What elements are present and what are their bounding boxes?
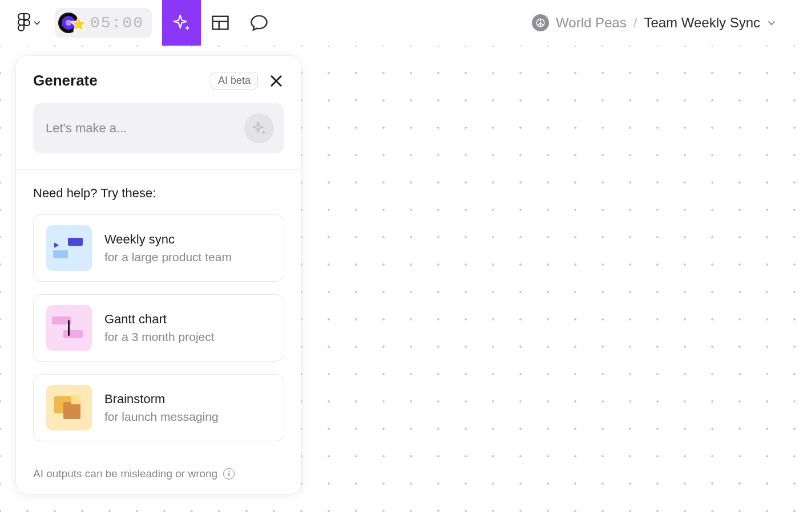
svg-point-0 <box>24 20 30 26</box>
suggestion-title: Brainstorm <box>104 392 219 407</box>
info-icon[interactable]: i <box>223 468 235 480</box>
breadcrumb: World Peas / Team Weekly Sync <box>532 14 776 31</box>
suggestion-text: Brainstorm for launch messaging <box>104 392 219 424</box>
breadcrumb-file[interactable]: Team Weekly Sync <box>644 15 760 31</box>
suggestion-thumbnail <box>46 385 92 431</box>
peace-icon <box>535 18 546 28</box>
suggestion-title: Gantt chart <box>104 312 215 327</box>
timer-widget[interactable]: 05:00 <box>55 8 152 38</box>
prompt-input[interactable] <box>46 121 244 136</box>
suggestion-weekly-sync[interactable]: Weekly sync for a large product team <box>33 214 284 282</box>
table-icon <box>210 13 231 33</box>
chevron-down-icon[interactable] <box>767 18 776 27</box>
toolbar-left-group: 05:00 <box>0 0 279 46</box>
sparkle-icon <box>251 120 267 136</box>
suggestions-section: Need help? Try these: Weekly sync for a … <box>16 170 301 465</box>
prompt-box <box>33 103 284 153</box>
close-icon[interactable] <box>268 73 284 89</box>
suggestion-thumbnail <box>46 305 92 351</box>
suggestion-text: Weekly sync for a large product team <box>104 232 232 264</box>
disclaimer-text: AI outputs can be misleading or wrong <box>33 468 217 480</box>
suggestion-title: Weekly sync <box>104 232 232 247</box>
main-menu-button[interactable] <box>11 8 47 38</box>
ai-beta-badge: AI beta <box>211 72 258 90</box>
suggestion-thumbnail <box>46 225 92 271</box>
comment-tool[interactable] <box>240 0 279 46</box>
breadcrumb-separator: / <box>633 15 637 31</box>
panel-header: Generate AI beta <box>16 56 301 101</box>
suggestion-subtitle: for a 3 month project <box>104 330 215 344</box>
sparkle-icon <box>171 13 192 33</box>
suggestion-subtitle: for a large product team <box>104 250 232 264</box>
suggestions-heading: Need help? Try these: <box>33 186 284 201</box>
table-tool[interactable] <box>201 0 240 46</box>
panel-title: Generate <box>33 72 98 90</box>
suggestion-brainstorm[interactable]: Brainstorm for launch messaging <box>33 374 284 441</box>
chevron-down-icon <box>33 19 41 27</box>
suggestion-subtitle: for launch messaging <box>104 410 219 424</box>
suggestion-gantt-chart[interactable]: Gantt chart for a 3 month project <box>33 294 284 362</box>
team-avatar <box>532 14 549 31</box>
top-toolbar: 05:00 <box>0 0 799 46</box>
ai-sparkle-tool[interactable] <box>162 0 201 46</box>
timer-value: 05:00 <box>90 14 144 32</box>
disclaimer-row: AI outputs can be misleading or wrong i <box>16 465 301 494</box>
svg-rect-1 <box>213 17 228 30</box>
figma-logo-icon <box>17 13 31 33</box>
chat-bubble-icon <box>249 13 269 33</box>
generate-panel: Generate AI beta Need help? Try these: W… <box>16 56 301 494</box>
submit-prompt-button[interactable] <box>244 113 274 143</box>
timer-disc-icon <box>58 11 86 34</box>
toolbar-right-group: World Peas / Team Weekly Sync <box>532 14 799 31</box>
breadcrumb-team[interactable]: World Peas <box>556 15 627 31</box>
star-icon <box>70 15 88 33</box>
suggestion-text: Gantt chart for a 3 month project <box>104 312 215 344</box>
